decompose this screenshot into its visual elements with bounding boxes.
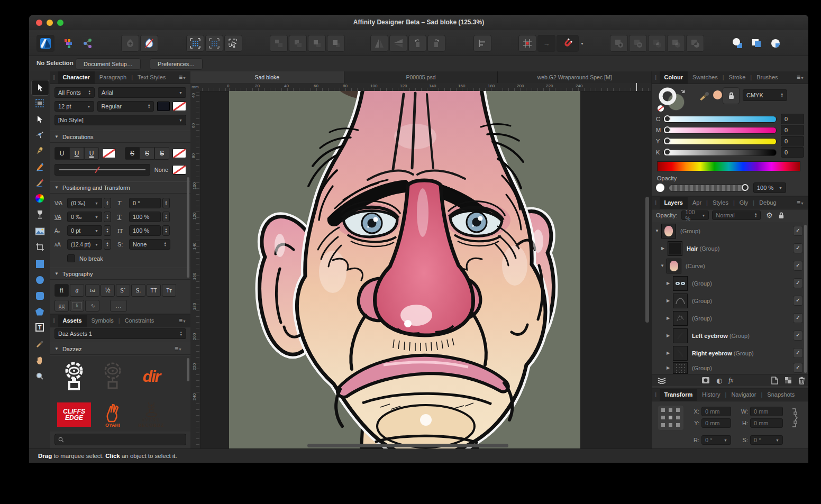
font-size-select[interactable]: 12 pt ▼ [54, 101, 94, 112]
insert-on-top-button[interactable] [747, 35, 765, 52]
black-value[interactable]: 0 [781, 147, 804, 158]
panel-menu-icon[interactable]: ≡▼ [797, 71, 808, 84]
asset-eye-badge-outline[interactable] [94, 360, 131, 393]
tool-pan[interactable] [31, 353, 48, 368]
flip-vertical-button[interactable] [389, 35, 407, 52]
layer-visibility-checkbox[interactable]: ✓ [793, 278, 803, 288]
boolean-combine-button[interactable] [686, 35, 704, 52]
disclosure-icon[interactable]: ▼ [660, 263, 667, 268]
layer-visibility-checkbox[interactable]: ✓ [793, 226, 803, 236]
strike-double-button[interactable]: S [140, 147, 154, 160]
insert-behind-button[interactable] [728, 35, 746, 52]
tool-text[interactable]: T [31, 320, 48, 335]
panel-grip-icon[interactable]: ∥ [652, 71, 660, 84]
typography-section-header[interactable]: ▼ Typography [50, 268, 190, 280]
layer-row[interactable]: ▼ (Group) ✓ [652, 222, 803, 240]
black-slider[interactable] [663, 149, 777, 156]
flip-horizontal-button[interactable] [370, 35, 388, 52]
rotate-ccw-button[interactable] [408, 35, 426, 52]
text-stroke-none-swatch[interactable] [172, 102, 186, 111]
kerning-stepper[interactable]: ▲▼ [104, 212, 111, 222]
boolean-intersect-button[interactable] [648, 35, 666, 52]
tool-brush[interactable] [31, 175, 48, 190]
text-style-select[interactable]: [No Style] ▼ [54, 115, 186, 125]
pixel-persona-button[interactable] [60, 35, 78, 52]
stroke-width-slider[interactable] [54, 164, 150, 176]
leading-stepper[interactable]: ▲▼ [104, 239, 111, 250]
disclosure-icon[interactable]: ▶ [667, 281, 673, 286]
move-back-one-button[interactable] [289, 35, 307, 52]
h-field[interactable]: 0 mm [750, 418, 783, 428]
layer-row[interactable]: ▶ Left eyebrow (Group) ✓ [652, 327, 803, 345]
delete-layer-icon[interactable] [798, 377, 805, 384]
smallcaps-button[interactable]: Tᴛ [162, 284, 176, 297]
horizontal-ruler[interactable]: 0 20 40 60 80 100 120 140 160 180 200 22… [200, 83, 652, 91]
layer-row[interactable]: ▶ (Group) ✓ [652, 309, 803, 327]
panel-menu-icon[interactable]: ≡▼ [179, 71, 190, 84]
layer-row[interactable]: ▶ Right eyebrow (Group) ✓ [652, 344, 803, 362]
boolean-subtract-button[interactable] [629, 35, 647, 52]
link-dimensions-icon[interactable] [790, 408, 798, 428]
leading-select[interactable]: (12.4 pt)▼ [67, 239, 102, 250]
underline-single-button[interactable]: U [54, 147, 69, 160]
vscale-field[interactable]: 100 % [129, 225, 161, 236]
magenta-slider[interactable] [663, 127, 777, 134]
swash-button[interactable]: ∿ [85, 300, 99, 311]
layer-row[interactable]: ▶ Hair (Group) ✓ [652, 240, 803, 258]
layer-thumbnail[interactable] [673, 276, 688, 291]
canvas-vertical-scrollbar[interactable] [645, 91, 649, 441]
asset-collection-select[interactable]: Daz Assets 1 ▲▼ [54, 328, 186, 339]
toggle-guides-button[interactable] [121, 35, 139, 52]
layer-thumbnail[interactable] [668, 241, 682, 256]
tab-brushes[interactable]: Brushes [752, 71, 782, 84]
decoration-colour-none-swatch[interactable] [172, 165, 186, 175]
panel-grip-icon[interactable]: ∥ [652, 389, 660, 401]
tab-constraints[interactable]: Constraints [120, 315, 159, 327]
uppercase-button[interactable]: TT [147, 284, 161, 297]
layer-visibility-checkbox[interactable]: ✓ [793, 331, 803, 341]
tab-debug[interactable]: Debug [754, 197, 781, 209]
layer-thumbnail[interactable] [667, 259, 681, 273]
snapping-dropdown-arrow[interactable]: ▼ [580, 42, 584, 45]
layer-effects-icon[interactable]: fx [728, 377, 733, 384]
insert-inside-button[interactable] [767, 35, 784, 52]
shear-stepper[interactable]: ▲▼ [162, 198, 170, 208]
tool-artboard[interactable] [31, 96, 48, 111]
layer-visibility-checkbox[interactable]: ✓ [793, 261, 803, 271]
superscript-button[interactable]: S˙ [116, 284, 130, 297]
underline-double-button[interactable]: U [69, 147, 84, 160]
baseline-select[interactable]: 0 pt▼ [67, 225, 102, 236]
tool-ellipse[interactable] [31, 272, 48, 287]
picked-colour-swatch[interactable] [713, 90, 722, 99]
hscale-stepper[interactable]: ▲▼ [162, 212, 170, 222]
layer-visibility-checkbox[interactable]: ✓ [793, 348, 803, 358]
disclosure-icon[interactable]: ▶ [661, 246, 668, 251]
layer-thumbnail[interactable] [661, 224, 676, 239]
tab-styles[interactable]: Styles [708, 197, 733, 209]
more-typography-button[interactable]: … [110, 300, 127, 311]
font-family-select[interactable]: Arial ▼ [98, 87, 186, 98]
s-select[interactable]: 0 °▼ [750, 435, 783, 445]
opacity-value-select[interactable]: 100 % ▼ [753, 182, 786, 193]
slider-knob[interactable] [664, 126, 671, 133]
cyan-slider[interactable] [663, 116, 777, 123]
canvas-artwork[interactable] [229, 91, 580, 448]
layers-opacity-select[interactable]: 100 % ▼ [681, 210, 709, 220]
layer-visibility-checkbox[interactable]: ✓ [793, 313, 803, 323]
move-by-whole-pixels-button[interactable]: → [537, 35, 555, 52]
baseline-stepper[interactable]: ▲▼ [104, 225, 111, 236]
tab-navigator[interactable]: Navigator [726, 389, 761, 401]
disclosure-icon[interactable]: ▶ [667, 351, 673, 355]
opacity-knob[interactable] [742, 184, 749, 191]
panel-grip-icon[interactable]: ∥ [652, 197, 660, 209]
vertical-ruler[interactable]: 40 60 80 100 120 140 160 180 200 220 240 [190, 91, 200, 448]
asset-oyah-hand[interactable]: OYAH! [94, 398, 131, 431]
document-viewport[interactable] [200, 91, 652, 448]
asset-cliffs-edge[interactable]: CLIFFS EDGE [56, 398, 93, 431]
w-field[interactable]: 0 mm [750, 407, 783, 416]
decorations-section-header[interactable]: ▼ Decorations [50, 131, 190, 143]
cyan-value[interactable]: 0 [781, 114, 804, 124]
show-margins-button[interactable] [186, 35, 204, 52]
panel-grip-icon[interactable]: ∥ [50, 315, 58, 327]
kerning-select[interactable]: 0 ‰▼ [67, 212, 102, 222]
